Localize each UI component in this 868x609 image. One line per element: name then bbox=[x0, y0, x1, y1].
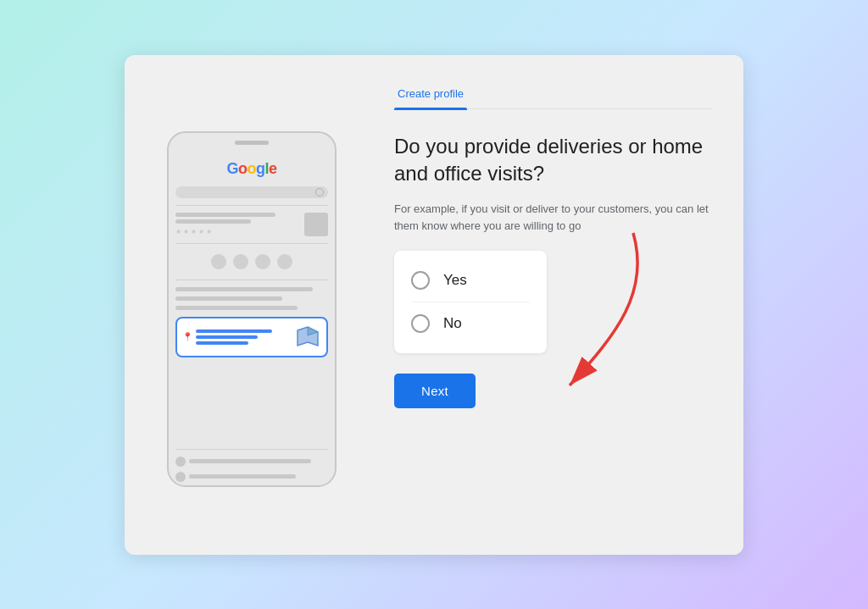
stars-row: ★ ★ ★ ★ ★ bbox=[175, 228, 301, 235]
web-icon bbox=[175, 472, 186, 482]
phone-icon bbox=[175, 457, 186, 467]
right-panel: Create profile Do you provide deliveries… bbox=[370, 55, 743, 555]
question-description: For example, if you visit or deliver to … bbox=[394, 201, 713, 234]
next-button[interactable]: Next bbox=[394, 374, 476, 408]
tab-bar: Create profile bbox=[394, 82, 713, 109]
map-shape bbox=[294, 324, 321, 351]
phone-mockup: G o o g l e ★ ★ ★ bbox=[167, 131, 337, 487]
radio-no[interactable] bbox=[411, 314, 430, 333]
question-heading: Do you provide deliveries or home and of… bbox=[394, 133, 713, 188]
search-bar-mock bbox=[175, 186, 328, 198]
tab-create-profile[interactable]: Create profile bbox=[394, 82, 467, 108]
phone-bottom bbox=[169, 444, 335, 485]
option-no[interactable]: No bbox=[411, 302, 530, 345]
options-card: Yes No bbox=[394, 251, 547, 353]
option-yes[interactable]: Yes bbox=[411, 259, 530, 302]
action-icons bbox=[175, 254, 328, 269]
main-card: G o o g l e ★ ★ ★ bbox=[125, 55, 743, 555]
phone-content: G o o g l e ★ ★ ★ bbox=[169, 153, 335, 444]
google-logo: G o o g l e bbox=[175, 160, 328, 178]
option-yes-label: Yes bbox=[443, 272, 467, 289]
divider bbox=[175, 205, 328, 206]
map-pin-icon: 📍 bbox=[182, 332, 192, 341]
phone-speaker bbox=[235, 141, 269, 145]
thumbnail bbox=[304, 213, 328, 236]
left-panel: G o o g l e ★ ★ ★ bbox=[125, 55, 370, 555]
option-no-label: No bbox=[443, 315, 462, 332]
radio-yes[interactable] bbox=[411, 271, 430, 290]
result-block-1: ★ ★ ★ ★ ★ bbox=[175, 213, 328, 236]
phone-top-bar bbox=[169, 133, 335, 153]
phone-highlight-card: 📍 bbox=[175, 317, 328, 357]
